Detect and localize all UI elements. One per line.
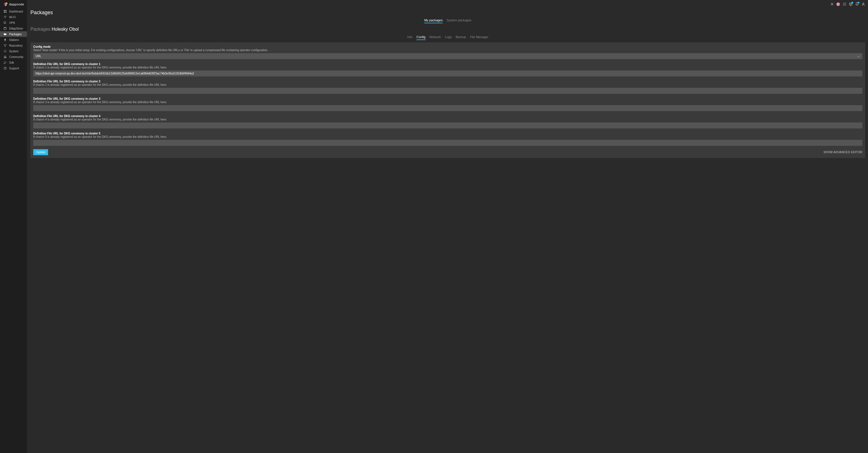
gear-icon xyxy=(3,50,7,53)
logo[interactable]: dappnode xyxy=(0,0,27,8)
sidebar-item-wifi[interactable]: Wi-Fi xyxy=(0,14,27,20)
brand-text: dappnode xyxy=(9,3,24,6)
sidebar-item-vpn[interactable]: VPN xyxy=(0,20,27,26)
svg-point-11 xyxy=(6,44,6,45)
topbar xyxy=(27,0,868,8)
sidebar-item-label: Support xyxy=(9,67,19,70)
desc-cluster-3: If charon 3 is already registered as an … xyxy=(33,101,862,104)
vpn-icon xyxy=(3,21,7,25)
folder-icon xyxy=(3,32,7,36)
desc-cluster-1: If charon 1 is already registered as an … xyxy=(33,66,862,69)
sidebar-item-label: Sdk xyxy=(9,61,14,64)
svg-point-28 xyxy=(843,5,843,5)
tab-logs[interactable]: Logs xyxy=(445,35,452,40)
input-cluster-2[interactable] xyxy=(33,88,862,94)
cube-icon[interactable] xyxy=(849,2,852,6)
breadcrumb: Packages Holesky Obol xyxy=(30,27,865,32)
svg-point-2 xyxy=(5,4,7,6)
svg-rect-5 xyxy=(4,12,5,13)
group-cluster-2: Definition File URL for DKG ceremony in … xyxy=(33,80,862,94)
svg-point-7 xyxy=(5,18,5,18)
input-cluster-5[interactable] xyxy=(33,140,862,146)
group-config-mode: Config mode Select 'New cluster' if this… xyxy=(33,45,862,59)
svg-point-20 xyxy=(837,3,838,4)
group-cluster-5: Definition File URL for DKG ceremony in … xyxy=(33,132,862,146)
svg-rect-9 xyxy=(4,28,6,30)
sidebar-item-stakers[interactable]: Stakers xyxy=(0,37,27,43)
group-cluster-4: Definition File URL for DKG ceremony in … xyxy=(33,115,862,128)
svg-point-31 xyxy=(863,3,864,4)
svg-rect-3 xyxy=(4,10,5,11)
main-area: Packages My packages System packages Pac… xyxy=(27,0,868,453)
breadcrumb-prefix[interactable]: Packages xyxy=(30,27,50,32)
desc-cluster-5: If charon 5 is already registered as an … xyxy=(33,135,862,138)
svg-rect-4 xyxy=(5,10,6,11)
breadcrumb-current: Holesky Obol xyxy=(52,27,79,32)
tab-backup[interactable]: Backup xyxy=(456,35,466,40)
sidebar-item-label: Wi-Fi xyxy=(9,15,16,19)
svg-point-12 xyxy=(5,46,5,46)
svg-point-18 xyxy=(831,3,833,5)
input-cluster-1[interactable] xyxy=(33,70,862,76)
dappnode-logo-icon xyxy=(3,2,8,6)
sidebar-item-label: DAppStore xyxy=(9,27,23,30)
group-cluster-1: Definition File URL for DKG ceremony in … xyxy=(33,63,862,76)
store-icon xyxy=(3,27,7,30)
sidebar-item-system[interactable]: System xyxy=(0,48,27,54)
desc-cluster-2: If charon 2 is already registered as an … xyxy=(33,83,862,87)
svg-point-10 xyxy=(4,44,5,45)
sidebar-item-dappstore[interactable]: DAppStore xyxy=(0,26,27,31)
people-icon xyxy=(3,55,7,59)
avatar-icon[interactable] xyxy=(836,2,840,6)
svg-point-15 xyxy=(5,56,6,57)
config-card: Config mode Select 'New cluster' if this… xyxy=(30,42,865,158)
sidebar-item-label: Repository xyxy=(9,44,23,47)
group-cluster-3: Definition File URL for DKG ceremony in … xyxy=(33,97,862,111)
tab-my-packages[interactable]: My packages xyxy=(424,19,443,23)
svg-point-29 xyxy=(844,5,845,5)
sidebar-item-repository[interactable]: Repository xyxy=(0,43,27,48)
select-wrap-config-mode: URL xyxy=(33,53,862,59)
tab-info[interactable]: Info xyxy=(407,35,412,40)
input-cluster-3[interactable] xyxy=(33,105,862,111)
sidebar-item-dashboard[interactable]: Dashboard xyxy=(0,8,27,14)
svg-point-19 xyxy=(836,2,840,6)
branch-icon xyxy=(3,44,7,47)
input-cluster-4[interactable] xyxy=(33,123,862,128)
sidebar-item-label: Dashboard xyxy=(9,10,23,13)
svg-point-24 xyxy=(845,3,846,3)
apps-icon[interactable] xyxy=(842,2,846,6)
bell-icon[interactable] xyxy=(855,2,859,6)
wrench-icon xyxy=(3,61,7,64)
update-button[interactable]: Update xyxy=(33,149,48,155)
svg-point-26 xyxy=(844,4,845,4)
user-icon[interactable] xyxy=(861,2,865,6)
svg-rect-8 xyxy=(4,22,6,23)
sidebar-item-sdk[interactable]: Sdk xyxy=(0,60,27,65)
top-tabs: My packages System packages xyxy=(30,19,865,23)
label-cluster-2: Definition File URL for DKG ceremony in … xyxy=(33,80,862,83)
label-cluster-3: Definition File URL for DKG ceremony in … xyxy=(33,97,862,100)
ethereum-icon xyxy=(3,38,7,41)
tab-network[interactable]: Network xyxy=(430,35,441,40)
svg-point-13 xyxy=(5,51,6,52)
theme-icon[interactable] xyxy=(830,2,834,6)
show-advanced-editor[interactable]: SHOW ADVANCED EDITOR xyxy=(824,151,862,154)
label-cluster-4: Definition File URL for DKG ceremony in … xyxy=(33,115,862,118)
svg-point-30 xyxy=(845,5,846,5)
wifi-icon xyxy=(3,15,7,19)
select-config-mode[interactable]: URL xyxy=(33,53,862,59)
label-cluster-1: Definition File URL for DKG ceremony in … xyxy=(33,63,862,66)
tab-file-manager[interactable]: File Manager xyxy=(470,35,488,40)
dashboard-icon xyxy=(3,10,7,13)
detail-tabs: Info Config Network Logs Backup File Man… xyxy=(30,35,865,40)
sidebar-item-community[interactable]: Community xyxy=(0,54,27,60)
tab-config[interactable]: Config xyxy=(416,35,426,40)
desc-config-mode: Select 'New cluster' if this is your ini… xyxy=(33,48,862,52)
svg-point-21 xyxy=(838,3,839,4)
tab-system-packages[interactable]: System packages xyxy=(447,19,471,23)
sidebar-item-packages[interactable]: Packages xyxy=(0,31,27,37)
svg-point-14 xyxy=(4,56,5,57)
card-footer: Update SHOW ADVANCED EDITOR xyxy=(33,149,862,155)
sidebar-item-support[interactable]: Support xyxy=(0,65,27,71)
